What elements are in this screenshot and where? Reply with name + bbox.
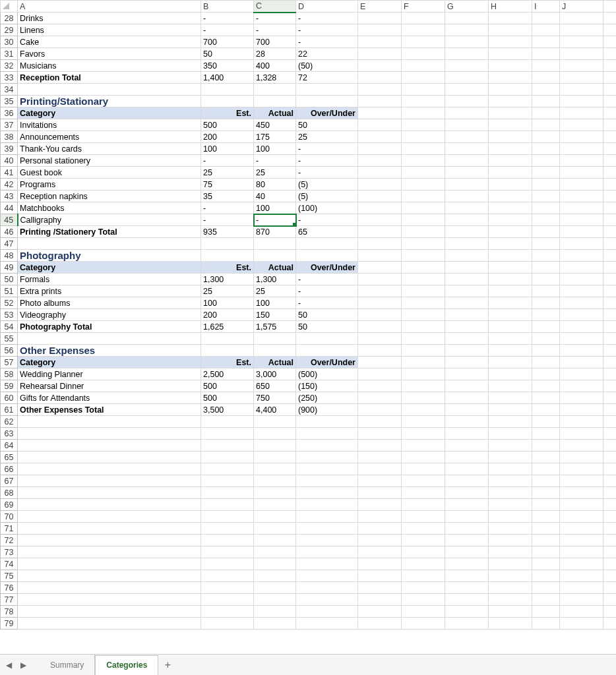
cell-E54[interactable] (358, 321, 402, 333)
cell-F78[interactable] (402, 606, 445, 618)
cell-I66[interactable] (532, 463, 560, 475)
cell-H73[interactable] (489, 546, 532, 558)
cell-78[interactable] (603, 606, 617, 618)
row-header-71[interactable]: 71 (1, 523, 18, 535)
row-header-75[interactable]: 75 (1, 570, 18, 582)
cell-J55[interactable] (560, 333, 603, 345)
cell-A53[interactable]: Videography (18, 309, 201, 321)
cell-I29[interactable] (532, 24, 560, 36)
cell-I55[interactable] (532, 333, 560, 345)
row-header-76[interactable]: 76 (1, 582, 18, 594)
cell-J32[interactable] (560, 60, 603, 72)
tab-nav-next[interactable]: ▶ (17, 657, 29, 673)
cell-E39[interactable] (358, 143, 402, 155)
cell-J47[interactable] (560, 238, 603, 250)
cell-A62[interactable] (18, 416, 201, 428)
cell-F49[interactable] (402, 262, 445, 274)
cell-C30[interactable]: 700 (254, 36, 296, 48)
cell-E47[interactable] (358, 238, 402, 250)
cell-B40[interactable]: - (201, 155, 254, 167)
cell-E60[interactable] (358, 392, 402, 404)
cell-F39[interactable] (402, 143, 445, 155)
cell-A45[interactable]: Calligraphy (18, 214, 201, 226)
cell-J28[interactable] (560, 13, 603, 24)
cell-F68[interactable] (402, 487, 445, 499)
cell-A39[interactable]: Thank-You cards (18, 143, 201, 155)
cell-I49[interactable] (532, 262, 560, 274)
cell-53[interactable] (603, 309, 617, 321)
cell-B69[interactable] (201, 499, 254, 511)
cell-E74[interactable] (358, 558, 402, 570)
cell-67[interactable] (603, 475, 617, 487)
cell-J76[interactable] (560, 582, 603, 594)
row-header-62[interactable]: 62 (1, 416, 18, 428)
cell-C77[interactable] (254, 594, 296, 606)
cell-C37[interactable]: 450 (254, 119, 296, 131)
cell-D72[interactable] (296, 535, 358, 546)
cell-D34[interactable] (296, 84, 358, 96)
cell-F51[interactable] (402, 285, 445, 297)
row-header-31[interactable]: 31 (1, 48, 18, 60)
cell-J41[interactable] (560, 167, 603, 179)
cell-G57[interactable] (445, 357, 489, 368)
cell-G54[interactable] (445, 321, 489, 333)
cell-58[interactable] (603, 368, 617, 380)
cell-E56[interactable] (358, 345, 402, 357)
cell-G35[interactable] (445, 96, 489, 107)
cell-50[interactable] (603, 274, 617, 285)
cell-A64[interactable] (18, 440, 201, 452)
row-header-37[interactable]: 37 (1, 119, 18, 131)
cell-E32[interactable] (358, 60, 402, 72)
cell-I61[interactable] (532, 404, 560, 416)
cell-D48[interactable] (296, 250, 358, 262)
cell-B42[interactable]: 75 (201, 179, 254, 191)
cell-I37[interactable] (532, 119, 560, 131)
cell-F76[interactable] (402, 582, 445, 594)
cell-G46[interactable] (445, 226, 489, 238)
cell-A61[interactable]: Other Expenses Total (18, 404, 201, 416)
cell-C34[interactable] (254, 84, 296, 96)
cell-G64[interactable] (445, 440, 489, 452)
cell-D74[interactable] (296, 558, 358, 570)
cell-B39[interactable]: 100 (201, 143, 254, 155)
cell-I71[interactable] (532, 523, 560, 535)
cell-E76[interactable] (358, 582, 402, 594)
cell-G51[interactable] (445, 285, 489, 297)
cell-F57[interactable] (402, 357, 445, 368)
cell-A28[interactable]: Drinks (18, 13, 201, 24)
cell-E66[interactable] (358, 463, 402, 475)
cell-I74[interactable] (532, 558, 560, 570)
cell-F50[interactable] (402, 274, 445, 285)
cell-D31[interactable]: 22 (296, 48, 358, 60)
cell-I69[interactable] (532, 499, 560, 511)
cell-H51[interactable] (489, 285, 532, 297)
cell-I28[interactable] (532, 13, 560, 24)
cell-H37[interactable] (489, 119, 532, 131)
column-header-B[interactable]: B (201, 1, 254, 13)
cell-C73[interactable] (254, 546, 296, 558)
cell-69[interactable] (603, 499, 617, 511)
row-header-68[interactable]: 68 (1, 487, 18, 499)
cell-A43[interactable]: Reception napkins (18, 191, 201, 202)
cell-D76[interactable] (296, 582, 358, 594)
cell-E55[interactable] (358, 333, 402, 345)
cell-F54[interactable] (402, 321, 445, 333)
cell-D41[interactable]: - (296, 167, 358, 179)
cell-A29[interactable]: Linens (18, 24, 201, 36)
cell-C63[interactable] (254, 428, 296, 440)
row-header-74[interactable]: 74 (1, 558, 18, 570)
cell-C31[interactable]: 28 (254, 48, 296, 60)
row-header-73[interactable]: 73 (1, 546, 18, 558)
cell-E33[interactable] (358, 72, 402, 84)
cell-C53[interactable]: 150 (254, 309, 296, 321)
cell-G63[interactable] (445, 428, 489, 440)
cell-A38[interactable]: Announcements (18, 131, 201, 143)
cell-J63[interactable] (560, 428, 603, 440)
cell-79[interactable] (603, 618, 617, 630)
row-header-47[interactable]: 47 (1, 238, 18, 250)
cell-D68[interactable] (296, 487, 358, 499)
row-header-54[interactable]: 54 (1, 321, 18, 333)
cell-A56[interactable]: Other Expenses (18, 345, 201, 357)
cell-D32[interactable]: (50) (296, 60, 358, 72)
cell-I51[interactable] (532, 285, 560, 297)
